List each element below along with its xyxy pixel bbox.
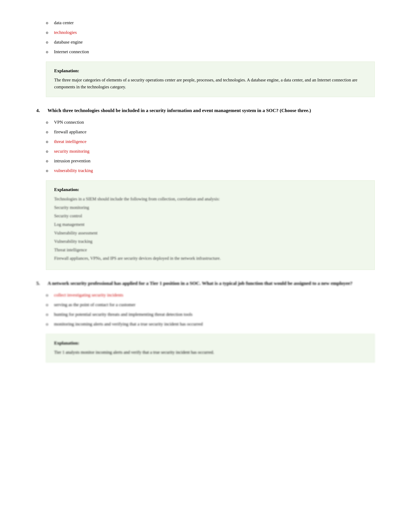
bullet-marker: o: [46, 19, 54, 26]
bullet-marker: o: [46, 128, 54, 135]
question-5-number: 5.: [36, 280, 47, 287]
list-item-text: monitoring incoming alerts and verifying…: [54, 321, 203, 327]
explanation-body-q5: Tier 1 analysts monitor incoming alerts …: [54, 349, 366, 356]
explanation-body-q4: Technologies in a SIEM should include th…: [54, 195, 366, 262]
list-item-text: data center: [54, 19, 74, 26]
question-4-text: Which three technologies should be inclu…: [47, 107, 373, 114]
bullet-marker: o: [46, 39, 54, 46]
list-item: o collect investigating security inciden…: [46, 292, 375, 298]
bullet-marker: o: [46, 311, 54, 318]
explanation-title-top: Explanation:: [54, 68, 366, 73]
question-4-section: 4.Which three technologies should be inc…: [36, 107, 375, 270]
explanation-box-q5: Explanation: Tier 1 analysts monitor inc…: [46, 334, 375, 362]
list-item: o data center: [46, 19, 375, 26]
bullet-marker: o: [46, 119, 54, 126]
page-content: o data center o technologies o database …: [36, 19, 375, 362]
question-5-section: 5.A network security professional has ap…: [36, 280, 375, 362]
list-item: o serving as the point of contact for a …: [46, 301, 375, 308]
explanation-body-top: The three major categories of elements o…: [54, 76, 366, 90]
bullet-marker: o: [46, 167, 54, 174]
list-item-text-highlighted: vulnerability tracking: [54, 167, 93, 174]
list-item: o monitoring incoming alerts and verifyi…: [46, 321, 375, 327]
list-item: o vulnerability tracking: [46, 167, 375, 174]
list-item-text: firewall appliance: [54, 128, 86, 135]
explanation-title-q5: Explanation:: [54, 341, 366, 346]
list-item-text: serving as the point of contact for a cu…: [54, 301, 135, 308]
top-list-section: o data center o technologies o database …: [36, 19, 375, 97]
bullet-marker: o: [46, 301, 54, 308]
bullet-marker: o: [46, 138, 54, 145]
bullet-marker: o: [46, 292, 54, 298]
list-item: o technologies: [46, 29, 375, 36]
bullet-marker: o: [46, 158, 54, 164]
top-bullet-list: o data center o technologies o database …: [46, 19, 375, 55]
list-item-text-highlighted: threat intelligence: [54, 138, 86, 145]
list-item: o security monitoring: [46, 148, 375, 155]
list-item: o intrusion prevention: [46, 158, 375, 164]
list-item-text: VPN connection: [54, 119, 84, 126]
list-item-text: Internet connection: [54, 48, 89, 55]
list-item-text: hunting for potential security threats a…: [54, 311, 192, 318]
question-5-bullet-list: o collect investigating security inciden…: [46, 292, 375, 327]
question-4-number: 4.: [36, 107, 47, 114]
list-item: o threat intelligence: [46, 138, 375, 145]
explanation-box-q4: Explanation: Technologies in a SIEM shou…: [46, 180, 375, 270]
list-item: o firewall appliance: [46, 128, 375, 135]
list-item: o Internet connection: [46, 48, 375, 55]
question-5-header: 5.A network security professional has ap…: [36, 280, 375, 287]
bullet-marker: o: [46, 29, 54, 36]
explanation-title-q4: Explanation:: [54, 187, 366, 192]
bullet-marker: o: [46, 148, 54, 155]
list-item-text-highlighted: technologies: [54, 29, 77, 36]
list-item: o database engine: [46, 39, 375, 46]
explanation-box-top: Explanation: The three major categories …: [46, 62, 375, 97]
question-5-text: A network security professional has appl…: [47, 280, 373, 287]
question-4-header: 4.Which three technologies should be inc…: [36, 107, 375, 114]
list-item-text-highlighted: security monitoring: [54, 148, 89, 155]
list-item: o VPN connection: [46, 119, 375, 126]
list-item-text: intrusion prevention: [54, 158, 90, 164]
list-item-text: database engine: [54, 39, 83, 46]
list-item: o hunting for potential security threats…: [46, 311, 375, 318]
list-item-text-highlighted: collect investigating security incidents: [54, 292, 123, 298]
bullet-marker: o: [46, 48, 54, 55]
bullet-marker: o: [46, 321, 54, 327]
question-4-bullet-list: o VPN connection o firewall appliance o …: [46, 119, 375, 174]
